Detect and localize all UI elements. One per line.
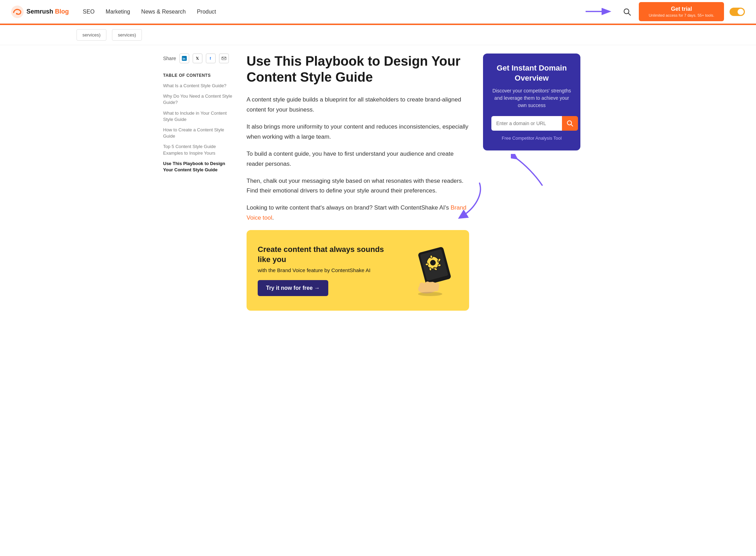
cta-svg-illustration bbox=[402, 243, 458, 298]
share-facebook[interactable]: f bbox=[206, 54, 216, 63]
semrush-logo-icon bbox=[11, 6, 24, 18]
article-para-4: Then, chalk out your messaging style bas… bbox=[247, 176, 469, 196]
svg-text:𝕏: 𝕏 bbox=[196, 56, 199, 60]
share-email[interactable] bbox=[219, 54, 229, 63]
snippet-2: services) bbox=[112, 29, 142, 41]
svg-point-28 bbox=[418, 292, 442, 296]
article-para-3: To build a content guide, you have to fi… bbox=[247, 149, 469, 169]
toc-item-4[interactable]: How to Create a Content Style Guide bbox=[163, 127, 233, 139]
domain-search-button[interactable] bbox=[562, 116, 578, 131]
nav-news-research[interactable]: News & Research bbox=[141, 7, 186, 16]
share-x[interactable]: 𝕏 bbox=[193, 54, 202, 63]
purple-arrow-header bbox=[584, 3, 615, 20]
purple-arrow-up-left bbox=[511, 154, 553, 189]
share-label: Share bbox=[163, 56, 176, 61]
svg-rect-18 bbox=[425, 263, 428, 266]
domain-widget-subtitle: Discover your competitors' strengths and… bbox=[491, 87, 572, 109]
svg-line-4 bbox=[628, 13, 630, 15]
domain-widget-card: Get Instant Domain Overview Discover you… bbox=[483, 54, 580, 150]
snippet-bar: services) services) bbox=[0, 25, 756, 45]
arrow-up-decoration bbox=[483, 154, 580, 189]
search-button[interactable] bbox=[621, 6, 633, 18]
header-right: Get trial Unlimited access for 7 days. 5… bbox=[621, 2, 745, 21]
share-linkedin[interactable]: in bbox=[179, 54, 189, 63]
linkedin-icon: in bbox=[182, 56, 187, 61]
toc-item-5[interactable]: Top 5 Content Style Guide Examples to In… bbox=[163, 144, 233, 156]
svg-rect-22 bbox=[429, 268, 432, 271]
get-trial-sublabel: Unlimited access for 7 days. 55+ tools. bbox=[649, 13, 714, 18]
article-para-5: Looking to write content that's always o… bbox=[247, 203, 469, 223]
domain-input-row bbox=[491, 116, 572, 131]
nav-seo[interactable]: SEO bbox=[83, 7, 95, 16]
brand-voice-link[interactable]: Brand Voice tool bbox=[247, 204, 466, 221]
purple-arrow-down bbox=[452, 180, 490, 221]
toc-item-6[interactable]: Use This Playbook to Design Your Content… bbox=[163, 161, 233, 173]
svg-point-0 bbox=[11, 6, 24, 18]
svg-point-1 bbox=[16, 13, 18, 15]
cta-box-subtitle: with the Brand Voice feature by ContentS… bbox=[258, 267, 394, 273]
svg-text:f: f bbox=[210, 56, 211, 60]
snippet-1: services) bbox=[77, 29, 106, 41]
domain-widget-title: Get Instant Domain Overview bbox=[491, 63, 572, 83]
nav-product[interactable]: Product bbox=[197, 7, 216, 16]
article-para-1: A content style guide builds a blueprint… bbox=[247, 95, 469, 115]
sidebar-toc: Share in 𝕏 f bbox=[163, 54, 233, 311]
svg-rect-26 bbox=[430, 282, 435, 292]
cta-illustration bbox=[402, 243, 458, 298]
site-header: Semrush Blog SEO Marketing News & Resear… bbox=[0, 0, 756, 24]
cta-box: Create content that always sounds like y… bbox=[247, 230, 469, 311]
svg-rect-25 bbox=[425, 281, 430, 293]
search-icon bbox=[623, 8, 631, 16]
search-icon-domain bbox=[567, 120, 573, 126]
search-area bbox=[621, 6, 633, 18]
share-row: Share in 𝕏 f bbox=[163, 54, 233, 63]
main-nav: SEO Marketing News & Research Product bbox=[83, 7, 621, 16]
cta-try-free-button[interactable]: Try it now for free → bbox=[258, 280, 328, 296]
cta-box-left: Create content that always sounds like y… bbox=[258, 245, 394, 296]
toc-item-1[interactable]: What Is a Content Style Guide? bbox=[163, 83, 233, 89]
domain-input[interactable] bbox=[491, 116, 562, 131]
toc-item-2[interactable]: Why Do You Need a Content Style Guide? bbox=[163, 93, 233, 106]
nav-marketing[interactable]: Marketing bbox=[106, 7, 130, 16]
svg-line-30 bbox=[571, 124, 573, 126]
article-para-2: It also brings more uniformity to your c… bbox=[247, 122, 469, 142]
theme-toggle[interactable] bbox=[730, 8, 745, 16]
article-heading: Use This Playbook to Design Your Content… bbox=[247, 54, 469, 85]
article-content: Use This Playbook to Design Your Content… bbox=[247, 54, 469, 311]
x-icon: 𝕏 bbox=[195, 56, 200, 61]
facebook-icon: f bbox=[208, 56, 213, 61]
get-trial-label: Get trial bbox=[671, 6, 692, 13]
svg-rect-20 bbox=[438, 264, 441, 267]
get-trial-button[interactable]: Get trial Unlimited access for 7 days. 5… bbox=[639, 2, 724, 21]
toc-title: TABLE OF CONTENTS bbox=[163, 73, 233, 78]
domain-widget-link[interactable]: Free Competitor Analysis Tool bbox=[491, 136, 572, 141]
cta-box-title: Create content that always sounds like y… bbox=[258, 245, 394, 264]
right-column: Get Instant Domain Overview Discover you… bbox=[483, 54, 580, 311]
svg-rect-24 bbox=[419, 282, 426, 293]
main-layout: Share in 𝕏 f bbox=[152, 45, 604, 319]
toc-item-3[interactable]: What to Include in Your Content Style Gu… bbox=[163, 110, 233, 123]
svg-rect-15 bbox=[430, 255, 433, 258]
svg-text:in: in bbox=[183, 57, 185, 60]
logo[interactable]: Semrush Blog bbox=[11, 6, 69, 18]
logo-text: Semrush Blog bbox=[26, 8, 69, 15]
arrow-area-1: Then, chalk out your messaging style bas… bbox=[247, 176, 469, 196]
email-icon bbox=[222, 56, 226, 61]
